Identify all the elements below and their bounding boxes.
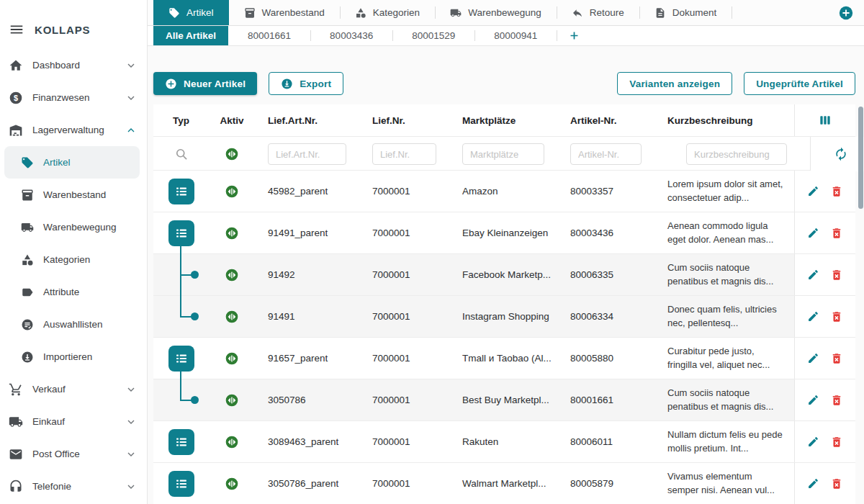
sidebar-item-finanzwesen[interactable]: $ Finanzwesen bbox=[0, 81, 147, 114]
table-row[interactable]: 3050786_parent 7000001 Walmart Marketpl.… bbox=[153, 463, 855, 504]
column-settings-icon[interactable] bbox=[818, 113, 832, 127]
tab-dokument[interactable]: Dokument bbox=[639, 0, 732, 25]
edit-icon[interactable] bbox=[807, 477, 819, 490]
delete-icon[interactable] bbox=[830, 227, 843, 240]
col-header-aktiv: Aktiv bbox=[209, 115, 255, 126]
edit-icon[interactable] bbox=[807, 394, 819, 406]
sidebar-item-auswahllisten[interactable]: Auswahllisten bbox=[0, 308, 147, 341]
filter-lief-art-nr-input[interactable] bbox=[268, 143, 346, 165]
chevron-down-icon bbox=[125, 416, 137, 428]
table-row[interactable]: 91657_parent 7000001 Tmall и Taobao (Al.… bbox=[153, 338, 855, 379]
article-tab-80001529[interactable]: 80001529 bbox=[392, 26, 474, 45]
tab-kategorien[interactable]: Kategorien bbox=[340, 0, 435, 25]
export-button[interactable]: Export bbox=[269, 72, 343, 95]
lief-nr-cell: 7000001 bbox=[359, 463, 449, 504]
article-tab-label: 80000941 bbox=[494, 30, 537, 41]
sidebar-item-verkauf[interactable]: Verkauf bbox=[0, 373, 147, 405]
article-tab-label: 80001661 bbox=[248, 30, 291, 41]
filter-lief-nr-input[interactable] bbox=[372, 143, 436, 165]
article-tab-80000941[interactable]: 80000941 bbox=[474, 26, 557, 45]
delete-icon[interactable] bbox=[830, 477, 843, 490]
delete-icon[interactable] bbox=[830, 394, 843, 407]
sidebar-item-label: Verkauf bbox=[32, 384, 66, 395]
chevron-down-icon bbox=[125, 60, 137, 71]
parent-article-icon[interactable] bbox=[168, 471, 194, 497]
edit-icon[interactable] bbox=[807, 185, 819, 197]
aktiv-status-icon[interactable] bbox=[225, 393, 239, 408]
delete-icon[interactable] bbox=[830, 269, 843, 282]
tab-artikel[interactable]: Artikel bbox=[153, 0, 229, 25]
add-article-tab-icon[interactable] bbox=[568, 30, 580, 42]
sidebar-item-importieren[interactable]: Importieren bbox=[0, 341, 147, 373]
edit-icon[interactable] bbox=[807, 227, 819, 239]
refresh-icon[interactable] bbox=[834, 147, 848, 161]
edit-icon[interactable] bbox=[807, 269, 819, 281]
tab-retoure[interactable]: Retoure bbox=[557, 0, 639, 25]
tab-label: Retoure bbox=[590, 7, 624, 18]
tab-warenbewegung[interactable]: Warenbewegung bbox=[435, 0, 557, 25]
category-icon bbox=[21, 253, 34, 266]
sidebar-item-attribute[interactable]: Attribute bbox=[0, 276, 147, 308]
hamburger-menu-icon[interactable] bbox=[9, 22, 24, 37]
aktiv-status-icon[interactable] bbox=[225, 477, 239, 491]
lief-nr-cell: 7000001 bbox=[359, 338, 449, 379]
filter-kurzbeschreibung-input[interactable] bbox=[686, 143, 787, 165]
table-row[interactable]: 91491_parent 7000001 Ebay Kleinanzeigen … bbox=[153, 212, 855, 254]
tree-line bbox=[180, 295, 181, 317]
aktiv-status-icon[interactable] bbox=[225, 184, 239, 199]
sidebar-item-einkauf[interactable]: Einkauf bbox=[0, 405, 147, 438]
filter-artikel-nr-input[interactable] bbox=[570, 143, 642, 165]
aktiv-status-icon[interactable] bbox=[225, 310, 239, 324]
add-tab-icon[interactable] bbox=[838, 5, 854, 21]
sidebar-item-lagerverwaltung[interactable]: Lagerverwaltung bbox=[0, 114, 147, 146]
article-tab-80003436[interactable]: 80003436 bbox=[310, 26, 392, 45]
table-row[interactable]: 3050786 7000001 Best Buy Marketpl... 800… bbox=[153, 379, 855, 421]
show-variants-button[interactable]: Varianten anzeigen bbox=[617, 72, 732, 95]
aktiv-status-icon[interactable] bbox=[225, 435, 239, 449]
sidebar-item-post-office[interactable]: Post Office bbox=[0, 438, 147, 470]
col-header-marktplaetze: Marktplätze bbox=[449, 115, 557, 126]
edit-icon[interactable] bbox=[807, 436, 819, 448]
vertical-scrollbar[interactable] bbox=[858, 107, 863, 209]
parent-article-icon[interactable] bbox=[168, 429, 194, 455]
aktiv-filter-icon[interactable] bbox=[225, 147, 239, 161]
sidebar-item-warenbestand[interactable]: Warenbestand bbox=[0, 179, 147, 211]
delete-icon[interactable] bbox=[830, 436, 843, 449]
tab-warenbestand[interactable]: Warenbestand bbox=[229, 0, 340, 25]
marktplatz-cell: Facebook Marketp... bbox=[449, 254, 557, 295]
table-row[interactable]: 91492 7000001 Facebook Marketp... 800063… bbox=[153, 254, 855, 296]
actions-cell bbox=[794, 338, 855, 379]
table-row[interactable]: 3089463_parent 7000001 Rakuten 80006011 … bbox=[153, 421, 855, 463]
parent-article-icon[interactable] bbox=[168, 179, 194, 204]
tab-label: Warenbewegung bbox=[468, 7, 541, 18]
sidebar-item-warenbewegung[interactable]: Warenbewegung bbox=[0, 211, 147, 243]
delete-icon[interactable] bbox=[830, 352, 843, 365]
article-tab-80001661[interactable]: 80001661 bbox=[228, 26, 310, 45]
aktiv-status-icon[interactable] bbox=[225, 226, 239, 240]
delete-icon[interactable] bbox=[830, 310, 843, 323]
sidebar-item-artikel[interactable]: Artikel bbox=[4, 146, 140, 179]
chevron-up-icon bbox=[125, 125, 137, 136]
parent-article-icon[interactable] bbox=[168, 220, 194, 246]
col-header-lief-nr: Lief.Nr. bbox=[359, 115, 449, 126]
new-article-button[interactable]: Neuer Artikel bbox=[153, 72, 257, 95]
parent-article-icon[interactable] bbox=[168, 346, 194, 372]
table-row[interactable]: 91491 7000001 Instagram Shopping 8000633… bbox=[153, 296, 855, 338]
table-row[interactable]: 45982_parent 7000001 Amazon 80003357 Lor… bbox=[153, 171, 855, 212]
sidebar: KOLLAPS Dashboard $ Finanzwesen Lagerver… bbox=[0, 0, 148, 504]
sidebar-item-dashboard[interactable]: Dashboard bbox=[0, 49, 147, 81]
sidebar-item-kategorien[interactable]: Kategorien bbox=[0, 243, 147, 276]
inventory-icon bbox=[21, 189, 34, 202]
filter-marktplaetze-input[interactable] bbox=[462, 143, 544, 165]
edit-icon[interactable] bbox=[807, 310, 819, 323]
edit-icon[interactable] bbox=[807, 352, 819, 364]
article-tab-alle-artikel[interactable]: Alle Artikel bbox=[153, 26, 228, 45]
chevron-down-icon bbox=[125, 384, 137, 395]
lief-nr-cell: 7000001 bbox=[359, 171, 449, 212]
sidebar-item-telefonie[interactable]: Telefonie bbox=[0, 470, 147, 503]
aktiv-status-icon[interactable] bbox=[225, 351, 239, 366]
unchecked-articles-button[interactable]: Ungeprüfte Artikel bbox=[744, 72, 855, 95]
lief-art-nr-cell: 3050786_parent bbox=[255, 463, 359, 504]
delete-icon[interactable] bbox=[830, 185, 843, 198]
aktiv-status-icon[interactable] bbox=[225, 268, 239, 282]
